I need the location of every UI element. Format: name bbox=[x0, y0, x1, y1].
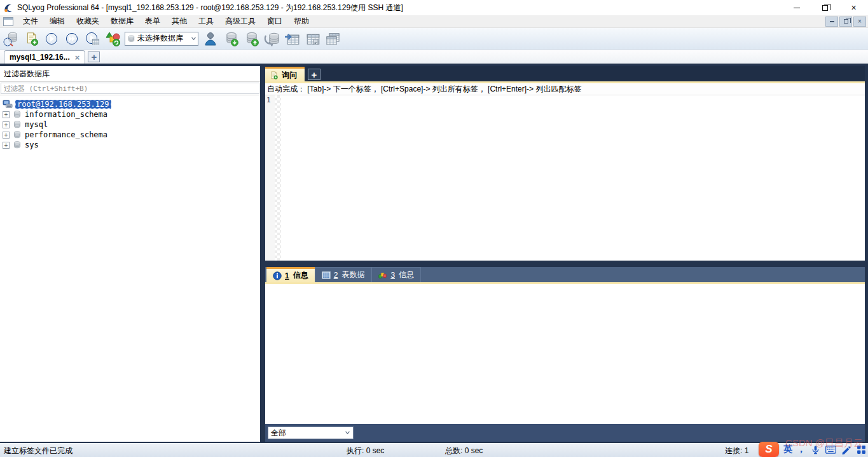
tree-server-label[interactable]: root@192.168.253.129 bbox=[15, 100, 111, 109]
object-browser-header: 过滤器数据库 bbox=[0, 66, 260, 82]
export-table-data-icon[interactable] bbox=[284, 31, 300, 47]
server-icon bbox=[3, 100, 13, 109]
results-bottom-bar: 全部 bbox=[265, 424, 865, 442]
history-blocks-icon bbox=[378, 271, 387, 280]
fold-margin bbox=[275, 95, 281, 261]
connect-database-icon[interactable] bbox=[3, 31, 19, 47]
touch-handwriting-icon[interactable] bbox=[841, 445, 851, 454]
menu-tools[interactable]: 工具 bbox=[193, 15, 219, 28]
menu-table[interactable]: 表单 bbox=[139, 15, 166, 28]
tree-database-label[interactable]: mysql bbox=[25, 120, 48, 129]
database-icon bbox=[12, 140, 22, 149]
status-bar: 建立标签文件已完成 执行: 0 sec 总数: 0 sec 连接: 1 S 英 … bbox=[0, 443, 868, 457]
expand-icon[interactable]: + bbox=[3, 142, 10, 149]
results-content bbox=[265, 284, 865, 424]
horizontal-splitter[interactable] bbox=[265, 261, 865, 266]
restore-button[interactable] bbox=[811, 0, 839, 15]
results-tab-number: 2 bbox=[334, 271, 338, 280]
vertical-splitter[interactable] bbox=[260, 66, 265, 442]
menu-others[interactable]: 其他 bbox=[166, 15, 193, 28]
tree-database-label[interactable]: information_schema bbox=[25, 110, 107, 119]
query-tab[interactable]: 询问 bbox=[265, 67, 305, 81]
tree-database-label[interactable]: sys bbox=[25, 140, 39, 149]
new-session-tab-button[interactable]: + bbox=[88, 51, 100, 62]
mdi-minimize-button[interactable] bbox=[825, 17, 838, 27]
session-tab-strip: mysql1_192.16... × + bbox=[0, 50, 868, 64]
database-icon bbox=[12, 120, 22, 129]
ime-punctuation-icon[interactable]: ， bbox=[797, 444, 806, 455]
message-filter-dropdown[interactable]: 全部 bbox=[268, 426, 354, 439]
results-tab-messages-1[interactable]: 1 信息 bbox=[266, 267, 315, 282]
backup-database-icon[interactable] bbox=[223, 31, 239, 47]
message-filter-value: 全部 bbox=[271, 428, 345, 439]
filter-row bbox=[0, 82, 260, 95]
copy-database-icon[interactable] bbox=[263, 31, 280, 47]
object-browser: 过滤器数据库 root@192.168.253.129 + bbox=[0, 66, 260, 442]
status-total-time: 总数: 0 sec bbox=[445, 446, 483, 456]
menu-help[interactable]: 帮助 bbox=[288, 15, 315, 28]
info-icon bbox=[273, 271, 282, 280]
execute-all-queries-icon[interactable] bbox=[64, 31, 80, 47]
tree-row-database[interactable]: + performance_schema bbox=[0, 130, 260, 140]
menu-window[interactable]: 窗口 bbox=[261, 15, 288, 28]
menu-bar: 文件 编辑 收藏夹 数据库 表单 其他 工具 高级工具 窗口 帮助 × bbox=[0, 15, 868, 28]
user-manager-icon[interactable] bbox=[202, 31, 219, 47]
table-data-tools-icon[interactable] bbox=[304, 31, 320, 47]
session-tab-close-icon[interactable]: × bbox=[75, 53, 80, 62]
title-bar: SQLyog Professional 64 - [mysql1_192.168… bbox=[0, 0, 868, 15]
database-icon bbox=[12, 130, 22, 139]
keyboard-icon[interactable] bbox=[825, 445, 836, 454]
menu-favorites[interactable]: 收藏夹 bbox=[71, 15, 105, 28]
expand-icon[interactable]: + bbox=[3, 132, 10, 139]
window-controls: × bbox=[782, 0, 868, 15]
execute-query-icon[interactable] bbox=[43, 31, 60, 47]
microphone-icon[interactable] bbox=[810, 445, 821, 454]
status-message: 建立标签文件已完成 bbox=[4, 446, 72, 456]
tree-database-label[interactable]: performance_schema bbox=[25, 130, 107, 139]
database-selector-value: 未选择数据库 bbox=[137, 33, 189, 44]
tree-row-database[interactable]: + information_schema bbox=[0, 109, 260, 119]
expand-icon[interactable]: + bbox=[3, 121, 10, 128]
minimize-button[interactable] bbox=[782, 0, 811, 15]
window-title: SQLyog Professional 64 - [mysql1_192.168… bbox=[17, 3, 403, 13]
menu-database[interactable]: 数据库 bbox=[105, 15, 139, 28]
mdi-restore-button[interactable] bbox=[839, 17, 852, 27]
application-window: SQLyog Professional 64 - [mysql1_192.168… bbox=[0, 0, 868, 457]
results-tab-bar: 1 信息 2 表数据 bbox=[265, 266, 865, 282]
menu-powertools[interactable]: 高级工具 bbox=[219, 15, 261, 28]
csdn-logo-icon: S bbox=[759, 442, 779, 457]
refresh-object-browser-icon[interactable] bbox=[104, 31, 121, 47]
database-tree: root@192.168.253.129 + information_schem… bbox=[0, 95, 260, 442]
filter-input[interactable] bbox=[1, 83, 259, 94]
query-tab-bar: 询问 + bbox=[265, 66, 865, 81]
query-scroll-icon bbox=[269, 71, 279, 80]
ime-language-icon[interactable]: 英 bbox=[783, 444, 792, 455]
close-button[interactable]: × bbox=[839, 0, 868, 15]
mdi-child-icon[interactable] bbox=[3, 17, 13, 26]
table-data-icon bbox=[322, 271, 331, 280]
results-tab-label: 信息 bbox=[399, 269, 414, 280]
ime-toolbar-grid-icon[interactable] bbox=[856, 445, 867, 454]
mdi-close-button[interactable]: × bbox=[853, 17, 866, 27]
results-tab-table-data[interactable]: 2 表数据 bbox=[315, 267, 372, 282]
tree-row-database[interactable]: + mysql bbox=[0, 119, 260, 130]
new-query-icon[interactable] bbox=[23, 31, 39, 47]
restore-database-icon[interactable] bbox=[243, 31, 259, 47]
session-tab[interactable]: mysql1_192.16... × bbox=[4, 50, 85, 64]
explain-query-icon[interactable] bbox=[84, 31, 100, 47]
taskbar-overlay-cluster: S 英 ， CSDN @日昌月云 bbox=[759, 441, 867, 457]
database-icon bbox=[12, 110, 22, 119]
menu-file[interactable]: 文件 bbox=[17, 15, 44, 28]
database-selector[interactable]: 未选择数据库 bbox=[125, 32, 198, 46]
expand-icon[interactable]: + bbox=[3, 111, 10, 118]
menu-edit[interactable]: 编辑 bbox=[44, 15, 71, 28]
sql-editor-surface[interactable] bbox=[281, 95, 865, 261]
line-number-gutter: 1 bbox=[265, 95, 275, 261]
tree-row-server[interactable]: root@192.168.253.129 bbox=[0, 99, 260, 109]
duplicate-table-icon[interactable] bbox=[324, 31, 341, 47]
tree-row-database[interactable]: + sys bbox=[0, 140, 260, 150]
query-tab-label: 询问 bbox=[282, 70, 297, 81]
sql-editor: 1 bbox=[265, 95, 865, 261]
new-query-tab-button[interactable]: + bbox=[308, 69, 320, 80]
results-tab-messages-3[interactable]: 3 信息 bbox=[371, 267, 421, 282]
